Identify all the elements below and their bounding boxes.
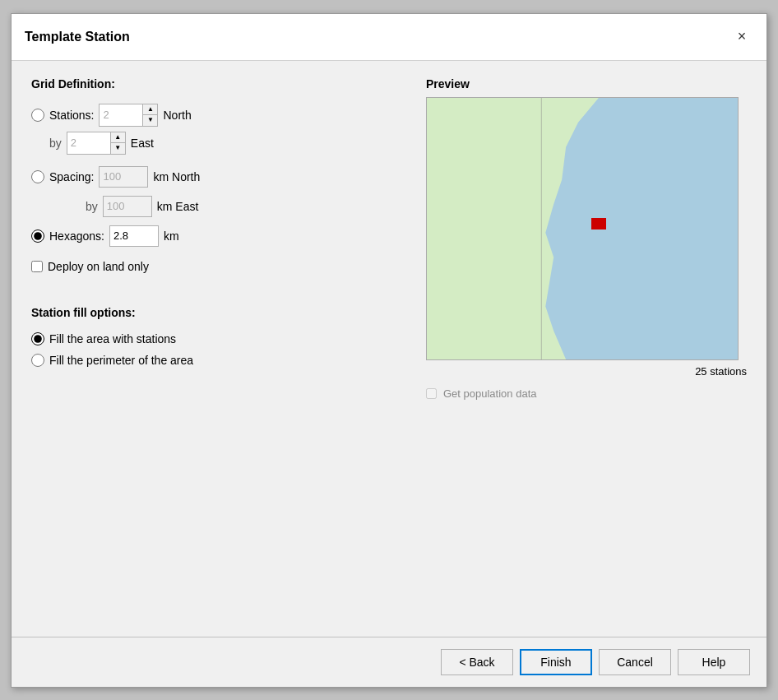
stations-radio[interactable] (31, 109, 44, 122)
spacing-east-input[interactable] (103, 196, 152, 217)
map-marker (591, 218, 606, 229)
spacing-indent-row: by km East (31, 196, 406, 217)
map-coastline-svg (427, 98, 738, 359)
spacing-radio[interactable] (31, 170, 44, 183)
deploy-on-land-row: Deploy on land only (31, 260, 406, 273)
template-station-dialog: Template Station × Grid Definition: Stat… (11, 13, 767, 688)
fill-area-radio[interactable] (31, 332, 44, 345)
grid-definition-label: Grid Definition: (31, 77, 406, 90)
dialog-footer: < Back Finish Cancel Help (12, 637, 766, 687)
spacing-label: Spacing: (49, 170, 94, 183)
stations-row-1: Stations: ▲ ▼ North (31, 104, 406, 127)
fill-perimeter-label: Fill the perimeter of the area (49, 354, 193, 367)
stations-north-arrows: ▲ ▼ (142, 104, 157, 126)
stations-east-input[interactable] (67, 132, 110, 154)
map-preview (426, 97, 739, 360)
help-button[interactable]: Help (678, 649, 750, 675)
hexagons-row: Hexagons: km (31, 225, 406, 247)
stations-east-up[interactable]: ▲ (111, 132, 125, 144)
hexagons-radio[interactable] (31, 229, 44, 243)
title-bar: Template Station × (12, 14, 766, 61)
spacing-by-label: by (49, 200, 98, 213)
get-population-checkbox[interactable] (426, 388, 437, 399)
fill-perimeter-option: Fill the perimeter of the area (31, 354, 406, 367)
stations-east-spinner[interactable]: ▲ ▼ (67, 132, 126, 155)
stations-east-label: East (131, 137, 154, 150)
stations-north-spinner[interactable]: ▲ ▼ (99, 104, 158, 127)
deploy-on-land-checkbox[interactable] (31, 261, 43, 272)
spacing-east-label: km East (157, 200, 199, 213)
get-population-label: Get population data (443, 387, 536, 400)
cancel-button[interactable]: Cancel (599, 649, 671, 675)
spacing-north-input[interactable] (99, 166, 148, 188)
dialog-body: Grid Definition: Stations: ▲ ▼ North (12, 61, 766, 637)
stations-north-up[interactable]: ▲ (143, 104, 157, 116)
station-fill-label: Station fill options: (31, 306, 406, 319)
back-button[interactable]: < Back (441, 649, 513, 675)
hexagons-unit-label: km (164, 229, 179, 243)
hexagons-label: Hexagons: (49, 229, 104, 243)
stations-north-input[interactable] (100, 104, 142, 126)
spacing-row: Spacing: km North (31, 166, 406, 188)
finish-button[interactable]: Finish (520, 649, 592, 675)
fill-perimeter-radio[interactable] (31, 354, 44, 367)
deploy-on-land-label: Deploy on land only (48, 260, 149, 273)
fill-area-option: Fill the area with stations (31, 332, 406, 345)
stations-east-arrows: ▲ ▼ (110, 132, 125, 154)
fill-area-label: Fill the area with stations (49, 332, 176, 345)
get-population-row: Get population data (426, 387, 747, 400)
spacing-north-label: km North (153, 170, 200, 183)
close-button[interactable]: × (730, 25, 753, 49)
hexagons-value-input[interactable] (109, 225, 159, 247)
stations-label: Stations: (49, 109, 94, 122)
station-fill-section: Station fill options: Fill the area with… (31, 306, 406, 375)
left-panel: Grid Definition: Stations: ▲ ▼ North (31, 77, 406, 620)
grid-definition-section: Grid Definition: Stations: ▲ ▼ North (31, 77, 406, 290)
preview-label: Preview (426, 77, 747, 90)
stations-count: 25 stations (426, 365, 747, 378)
stations-north-down[interactable]: ▼ (143, 115, 157, 126)
dialog-title: Template Station (25, 30, 130, 44)
stations-east-down[interactable]: ▼ (111, 143, 125, 154)
stations-by-label: by (49, 137, 62, 150)
stations-row-2: by ▲ ▼ East (31, 132, 406, 155)
stations-north-label: North (163, 109, 191, 122)
right-panel: Preview 25 stations (426, 77, 747, 620)
